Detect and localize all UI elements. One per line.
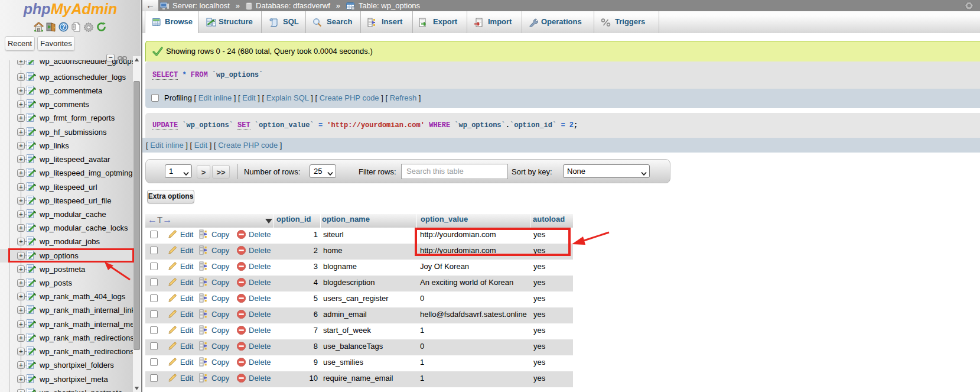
svg-text:?: ? [61, 23, 65, 30]
